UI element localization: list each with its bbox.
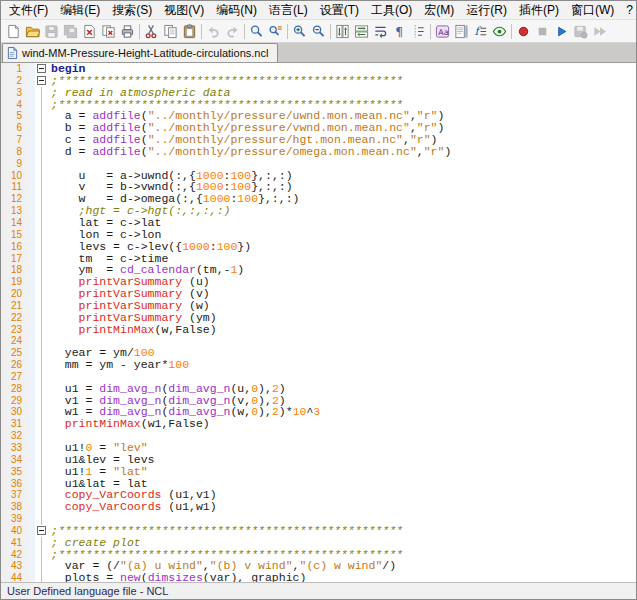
bookmark-margin[interactable] [27, 146, 35, 158]
bookmark-margin[interactable] [27, 63, 35, 75]
bookmark-margin[interactable] [27, 489, 35, 501]
bookmark-margin[interactable] [27, 75, 35, 87]
menu-run[interactable]: 运行(R) [460, 1, 513, 20]
bookmark-margin[interactable] [27, 170, 35, 182]
close-button[interactable] [80, 21, 99, 41]
code-line-31[interactable]: 31 printMinMax(w1,False) [1, 418, 636, 430]
play-macro-button[interactable] [552, 21, 571, 41]
menu-edit[interactable]: 编辑(E) [54, 1, 106, 20]
bookmark-margin[interactable] [27, 122, 35, 134]
bookmark-margin[interactable] [27, 501, 35, 513]
menu-help[interactable]: ? [620, 2, 637, 18]
new-file-button[interactable] [4, 21, 23, 41]
bookmark-margin[interactable] [27, 537, 35, 549]
bookmark-margin[interactable] [27, 359, 35, 371]
bookmark-margin[interactable] [27, 478, 35, 490]
bookmark-margin[interactable] [27, 181, 35, 193]
code-line-44[interactable]: 44 plots = new(dimsizes(var), graphic) [1, 572, 636, 582]
bookmark-margin[interactable] [27, 134, 35, 146]
bookmark-margin[interactable] [27, 560, 35, 572]
code-line-26[interactable]: 26 mm = ym - year*100 [1, 359, 636, 371]
menu-language[interactable]: 语言(L) [263, 1, 314, 20]
bookmark-margin[interactable] [27, 395, 35, 407]
bookmark-margin[interactable] [27, 288, 35, 300]
bookmark-margin[interactable] [27, 513, 35, 525]
cut-button[interactable] [142, 21, 161, 41]
menu-window[interactable]: 窗口(W) [565, 1, 620, 20]
print-button[interactable] [118, 21, 137, 41]
function-list-button[interactable]: f [471, 21, 490, 41]
bookmark-margin[interactable] [27, 264, 35, 276]
bookmark-margin[interactable] [27, 430, 35, 442]
bookmark-margin[interactable] [27, 87, 35, 99]
copy-button[interactable] [161, 21, 180, 41]
bookmark-margin[interactable] [27, 371, 35, 383]
menu-encoding[interactable]: 编码(N) [210, 1, 263, 20]
fold-collapse-marker[interactable] [35, 525, 48, 537]
bookmark-margin[interactable] [27, 312, 35, 324]
define-language-button[interactable]: Aa [433, 21, 452, 41]
bookmark-margin[interactable] [27, 193, 35, 205]
doc-map-button[interactable] [452, 21, 471, 41]
indent-guide-button[interactable] [409, 21, 428, 41]
menu-tools[interactable]: 工具(O) [365, 1, 418, 20]
bookmark-margin[interactable] [27, 300, 35, 312]
record-macro-button[interactable] [514, 21, 533, 41]
save-icon [44, 24, 59, 39]
bookmark-margin[interactable] [27, 418, 35, 430]
bookmark-margin[interactable] [27, 347, 35, 359]
bookmark-margin[interactable] [27, 253, 35, 265]
editor[interactable]: 1begin2;********************************… [1, 63, 636, 582]
bookmark-margin[interactable] [27, 324, 35, 336]
new-file-icon [6, 24, 21, 39]
find-replace-button[interactable] [266, 21, 285, 41]
bookmark-margin[interactable] [27, 549, 35, 561]
zoom-in-button[interactable] [290, 21, 309, 41]
sync-vertical-button[interactable] [333, 21, 352, 41]
code-line-23[interactable]: 23 printMinMax(w,False) [1, 324, 636, 336]
bookmark-margin[interactable] [27, 99, 35, 111]
menu-plugins[interactable]: 插件(P) [513, 1, 565, 20]
find-button[interactable] [247, 21, 266, 41]
sync-horizontal-button[interactable] [352, 21, 371, 41]
fold-collapse-marker[interactable] [35, 75, 48, 87]
open-folder-button[interactable] [23, 21, 42, 41]
play-macro-icon [554, 24, 569, 39]
bookmark-margin[interactable] [27, 217, 35, 229]
toolbar-separator [511, 24, 512, 39]
bookmark-margin[interactable] [27, 572, 35, 582]
bookmark-margin[interactable] [27, 406, 35, 418]
fold-guide-line [35, 359, 48, 371]
paste-button[interactable] [180, 21, 199, 41]
zoom-out-button[interactable] [309, 21, 328, 41]
bookmark-margin[interactable] [27, 241, 35, 253]
line-number: 1 [1, 63, 27, 75]
bookmark-margin[interactable] [27, 158, 35, 170]
close-all-button[interactable] [99, 21, 118, 41]
bookmark-margin[interactable] [27, 110, 35, 122]
bookmark-margin[interactable] [27, 442, 35, 454]
menu-macro[interactable]: 宏(M) [418, 1, 460, 20]
bookmark-margin[interactable] [27, 466, 35, 478]
bookmark-margin[interactable] [27, 454, 35, 466]
word-wrap-icon [373, 24, 388, 39]
menu-settings[interactable]: 设置(T) [314, 1, 365, 20]
monitoring-button[interactable] [490, 21, 509, 41]
tab-ncl-file[interactable]: wind-MM-Pressure-Height-Latitude-circula… [2, 43, 278, 62]
bookmark-margin[interactable] [27, 229, 35, 241]
word-wrap-button[interactable] [371, 21, 390, 41]
bookmark-margin[interactable] [27, 525, 35, 537]
bookmark-margin[interactable] [27, 276, 35, 288]
menu-search[interactable]: 搜索(S) [106, 1, 158, 20]
paste-icon [182, 24, 197, 39]
bookmark-margin[interactable] [27, 205, 35, 217]
show-all-chars-button[interactable]: ¶ [390, 21, 409, 41]
fold-collapse-marker[interactable] [35, 63, 48, 75]
code-line-8[interactable]: 8 d = addfile("../monthly/pressure/omega… [1, 146, 636, 158]
code-line-38[interactable]: 38 copy_VarCoords (u1,w1) [1, 501, 636, 513]
bookmark-margin[interactable] [27, 383, 35, 395]
menu-file[interactable]: 文件(F) [3, 1, 54, 20]
bookmark-margin[interactable] [27, 335, 35, 347]
save-macro-icon [573, 24, 588, 39]
menu-view[interactable]: 视图(V) [158, 1, 210, 20]
